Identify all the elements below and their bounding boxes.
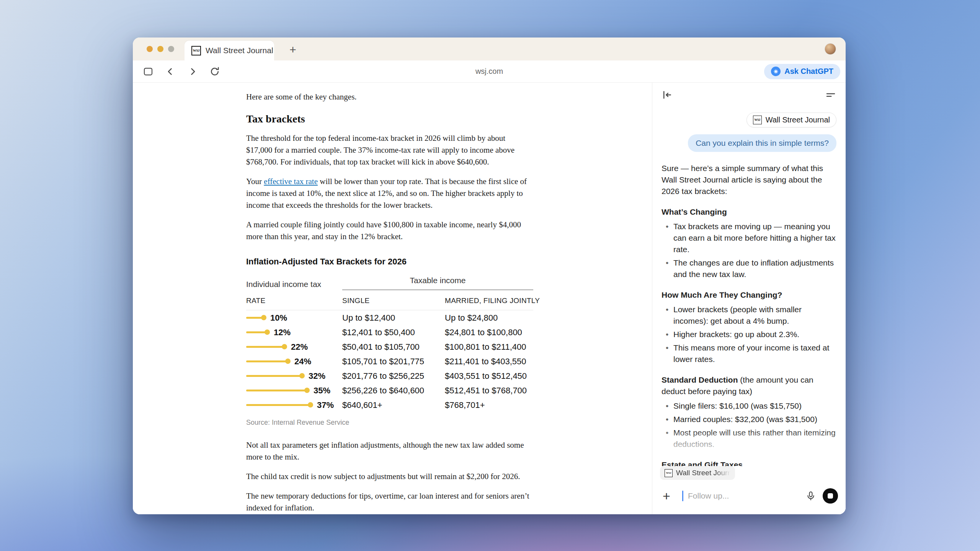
married-range: Up to $24,800 [445,312,533,324]
tax-bracket-row: 32%$201,776 to $256,225$403,551 to $512,… [246,368,533,383]
chat-section: Standard Deduction (the amount you can d… [662,374,836,450]
tab-title: Wall Street Journal [206,46,273,55]
sidebar-toggle-icon[interactable] [141,65,155,78]
tax-bracket-row: 12%$12,401 to $50,400$24,801 to $100,800 [246,325,533,339]
bullet-item: Lower brackets (people with smaller inco… [662,304,836,327]
tax-table-column-headers: RATE SINGLE MARRIED, FILING JOINTLY [246,290,533,310]
married-range: $512,451 to $768,700 [445,385,533,396]
section-heading: What’s Changing [662,206,836,218]
single-range: $105,701 to $201,775 [342,355,445,367]
tab-bar: WSJ Wall Street Journal + [133,37,846,60]
minimize-window-button[interactable] [157,46,163,52]
chatgpt-sidebar: WSJ Wall Street Journal Can you explain … [652,83,846,514]
single-range: $256,226 to $640,600 [342,385,445,396]
article-paragraph: The child tax credit is now subject to a… [246,471,533,483]
back-icon[interactable] [163,65,177,78]
voice-mode-button[interactable] [823,488,838,504]
tab-wall-street-journal[interactable]: WSJ Wall Street Journal [185,41,274,60]
tax-bracket-row: 10%Up to $12,400Up to $24,800 [246,310,533,325]
wsj-favicon-icon: WSJ [753,116,762,124]
tax-table: Inflation-Adjusted Tax Brackets for 2026… [246,256,533,429]
rate-label: 35% [314,385,330,396]
close-window-button[interactable] [147,46,153,52]
attach-plus-icon[interactable]: + [660,489,673,502]
married-range: $100,801 to $211,400 [445,341,533,353]
tax-bracket-row: 37%$640,601+$768,701+ [246,398,533,412]
chat-section: Estate and Gift TaxesEstate tax exclusio… [662,459,836,466]
profile-avatar[interactable] [825,44,836,54]
bullet-item: Most people will use this rather than it… [662,427,836,450]
assistant-message: Sure — here’s a simple summary of what t… [662,163,836,466]
article-paragraph: Your effective tax rate will be lower th… [246,176,533,211]
section-heading: How Much Are They Changing? [662,289,836,301]
rate-label: 24% [294,355,311,367]
tax-bracket-row: 24%$105,701 to $201,775$211,401 to $403,… [246,354,533,368]
sidebar-menu-icon[interactable] [823,88,838,102]
rate-label: 32% [309,370,325,382]
single-range: Up to $12,400 [342,312,445,324]
rate-bar [246,317,264,319]
tax-table-title: Inflation-Adjusted Tax Brackets for 2026 [246,256,533,267]
article-paragraph: Not all tax parameters get inflation adj… [246,439,533,463]
tax-bracket-row: 35%$256,226 to $640,600$512,451 to $768,… [246,383,533,398]
wsj-article: Here are some of the key changes. Tax br… [246,83,533,514]
tax-table-source: Source: Internal Revenue Service [246,417,533,429]
composer: WSJ Wall Street Journal + Follow up... [652,466,846,514]
source-chip[interactable]: WSJ Wall Street Journal [746,112,836,127]
address-bar[interactable]: wsj.com [475,67,503,76]
article-paragraph: A married couple filing jointly could ha… [246,219,533,243]
married-range: $211,401 to $403,550 [445,355,533,367]
rate-bar [246,375,302,377]
wsj-favicon-icon: WSJ [665,469,673,477]
rate-bar [246,404,310,406]
new-tab-button[interactable]: + [286,43,300,57]
forward-icon[interactable] [186,65,199,78]
bullet-item: The changes are due to inflation adjustm… [662,257,836,280]
chat-section: How Much Are They Changing?Lower bracket… [662,289,836,365]
input-placeholder: Follow up... [688,491,799,500]
single-range: $12,401 to $50,400 [342,326,445,338]
rate-bar [246,331,267,333]
married-range: $403,551 to $512,450 [445,370,533,382]
reload-icon[interactable] [208,65,222,78]
article-paragraph: The new temporary deductions for tips, o… [246,490,533,514]
assistant-intro: Sure — here’s a simple summary of what t… [662,163,836,197]
browser-toolbar: wsj.com ✳ Ask ChatGPT [133,60,846,83]
mic-icon[interactable] [804,489,818,503]
sidebar-header [652,83,846,107]
rate-bar [246,346,284,348]
bullet-item: This means more of your income is taxed … [662,342,836,365]
chat-messages[interactable]: WSJ Wall Street Journal Can you explain … [652,107,846,466]
single-range: $50,401 to $105,700 [342,341,445,353]
article-paragraph: The threshold for the top federal income… [246,132,533,168]
browser-window: WSJ Wall Street Journal + wsj.com ✳ Ask … [133,37,846,514]
rate-bar [246,390,307,391]
article-heading-tax-brackets: Tax brackets [246,113,533,125]
rate-label: 10% [270,312,287,324]
window-controls [147,46,174,52]
effective-tax-rate-link[interactable]: effective tax rate [264,177,318,186]
rate-label: 22% [291,341,308,353]
single-range: $201,776 to $256,225 [342,370,445,382]
ask-chatgpt-label: Ask ChatGPT [784,67,833,76]
chatgpt-logo-icon: ✳ [771,67,781,76]
tax-table-rows: 10%Up to $12,400Up to $24,80012%$12,401 … [246,310,533,412]
collapse-sidebar-icon[interactable] [660,88,675,102]
ask-chatgpt-button[interactable]: ✳ Ask ChatGPT [764,64,840,79]
user-message: Can you explain this in simple terms? [688,134,836,152]
married-range: $768,701+ [445,399,533,411]
zoom-window-button[interactable] [168,46,174,52]
article-paragraph: Here are some of the key changes. [246,91,533,103]
rate-label: 12% [274,326,291,338]
bullet-item: Tax brackets are moving up — meaning you… [662,221,836,255]
context-chip[interactable]: WSJ Wall Street Journal [660,466,735,480]
rate-label: 37% [317,399,334,411]
followup-input[interactable]: + Follow up... [660,485,838,507]
wsj-favicon-icon: WSJ [191,46,201,55]
bullet-item: Single filers: $16,100 (was $15,750) [662,400,836,412]
page-content[interactable]: Here are some of the key changes. Tax br… [133,83,652,514]
bullet-item: Married couples: $32,200 (was $31,500) [662,414,836,425]
rate-bar [246,360,288,362]
single-range: $640,601+ [342,399,445,411]
bullet-item: Higher brackets: go up about 2.3%. [662,329,836,340]
